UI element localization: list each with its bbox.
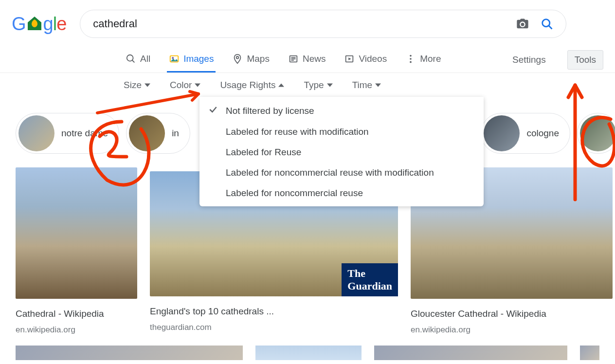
chevron-down-icon bbox=[145, 82, 150, 88]
tab-label: Images bbox=[183, 54, 214, 64]
filter-label: Usage Rights bbox=[220, 80, 275, 91]
settings-button[interactable]: Settings bbox=[506, 50, 553, 70]
image-result[interactable]: Cathedral - Wikipedia en.wikipedia.org bbox=[16, 167, 137, 335]
image-thumb[interactable] bbox=[16, 346, 243, 360]
option-label: Labeled for noncommercial reuse bbox=[226, 188, 363, 199]
header: G gle bbox=[0, 0, 615, 38]
chip-label: cologne bbox=[526, 128, 559, 139]
chip-label: notre dame bbox=[61, 128, 108, 139]
filter-usage-rights[interactable]: Usage Rights bbox=[220, 80, 284, 91]
svg-point-0 bbox=[543, 19, 550, 27]
logo-doodle-icon bbox=[25, 13, 44, 36]
google-logo[interactable]: G gle bbox=[12, 13, 66, 36]
filter-size[interactable]: Size bbox=[124, 80, 150, 91]
chip-notre-dame[interactable]: notre dame bbox=[16, 113, 119, 154]
chip-interior[interactable]: in bbox=[126, 113, 190, 154]
image-thumb[interactable] bbox=[374, 346, 567, 360]
tab-maps[interactable]: Maps bbox=[230, 47, 271, 73]
option-label: Labeled for reuse with modification bbox=[226, 127, 369, 137]
option-label: Labeled for noncommercial reuse with mod… bbox=[226, 167, 434, 178]
result-title: Gloucester Cathedral - Wikipedia bbox=[411, 304, 613, 319]
svg-line-1 bbox=[549, 26, 552, 29]
chevron-down-icon bbox=[375, 82, 381, 88]
search-input[interactable] bbox=[92, 17, 510, 31]
svg-point-14 bbox=[410, 61, 412, 63]
search-icon[interactable] bbox=[535, 17, 559, 31]
filter-bar: Size Color Usage Rights Type Time bbox=[0, 73, 615, 97]
chip-thumb bbox=[18, 115, 54, 151]
image-thumb bbox=[16, 167, 137, 299]
results-grid-row-2 bbox=[16, 346, 599, 360]
search-bar bbox=[80, 10, 566, 38]
tab-label: Maps bbox=[247, 54, 269, 64]
result-title: England's top 10 cathedrals ... bbox=[150, 301, 398, 317]
chevron-up-icon bbox=[278, 82, 284, 88]
usage-rights-dropdown: Not filtered by license Labeled for reus… bbox=[199, 97, 484, 206]
usage-option-reuse-mod[interactable]: Labeled for reuse with modification bbox=[199, 122, 484, 142]
svg-point-6 bbox=[236, 56, 239, 59]
filter-color[interactable]: Color bbox=[170, 80, 200, 91]
chip-partial[interactable] bbox=[577, 113, 615, 154]
filter-label: Type bbox=[304, 80, 324, 91]
tab-label: All bbox=[140, 54, 150, 64]
option-label: Labeled for Reuse bbox=[226, 147, 301, 158]
result-title: Cathedral - Wikipedia bbox=[16, 304, 137, 319]
chip-thumb bbox=[484, 115, 520, 151]
tab-label: More bbox=[420, 54, 441, 64]
svg-line-3 bbox=[132, 60, 135, 63]
usage-option-nc-reuse-mod[interactable]: Labeled for noncommercial reuse with mod… bbox=[199, 163, 484, 183]
result-source: en.wikipedia.org bbox=[16, 324, 137, 335]
chip-thumb bbox=[580, 115, 615, 151]
camera-icon[interactable] bbox=[510, 17, 535, 31]
tab-videos[interactable]: Videos bbox=[342, 47, 389, 73]
usage-option-not-filtered[interactable]: Not filtered by license bbox=[199, 100, 484, 122]
image-thumb[interactable] bbox=[255, 346, 362, 360]
filter-type[interactable]: Type bbox=[304, 80, 332, 91]
usage-option-reuse[interactable]: Labeled for Reuse bbox=[199, 142, 484, 163]
check-icon bbox=[208, 105, 219, 117]
tab-news[interactable]: News bbox=[286, 47, 328, 73]
filter-label: Time bbox=[352, 80, 373, 91]
filter-label: Color bbox=[170, 80, 192, 91]
tab-images[interactable]: Images bbox=[167, 47, 216, 73]
svg-point-13 bbox=[410, 58, 412, 60]
image-thumb[interactable] bbox=[580, 346, 599, 360]
nav-tabs: All Images Maps News Videos More Setting… bbox=[0, 47, 615, 73]
filter-time[interactable]: Time bbox=[352, 80, 381, 91]
tab-label: News bbox=[303, 54, 326, 64]
chevron-down-icon bbox=[195, 82, 200, 88]
chip-label: in bbox=[172, 128, 179, 139]
tools-button[interactable]: Tools bbox=[567, 50, 603, 70]
guardian-badge: TheGuardian bbox=[342, 263, 398, 296]
chip-thumb bbox=[129, 115, 165, 151]
option-label: Not filtered by license bbox=[226, 106, 314, 116]
result-source: en.wikipedia.org bbox=[411, 324, 613, 335]
tab-all[interactable]: All bbox=[124, 47, 152, 73]
result-source: theguardian.com bbox=[150, 322, 398, 332]
tab-label: Videos bbox=[359, 54, 387, 64]
chevron-down-icon bbox=[327, 82, 333, 88]
svg-point-5 bbox=[172, 57, 174, 59]
chip-cologne[interactable]: cologne bbox=[481, 113, 570, 154]
filter-label: Size bbox=[124, 80, 142, 91]
usage-option-nc-reuse[interactable]: Labeled for noncommercial reuse bbox=[199, 183, 484, 203]
svg-point-12 bbox=[410, 55, 412, 57]
tab-more[interactable]: More bbox=[403, 47, 443, 73]
svg-point-2 bbox=[127, 55, 133, 61]
